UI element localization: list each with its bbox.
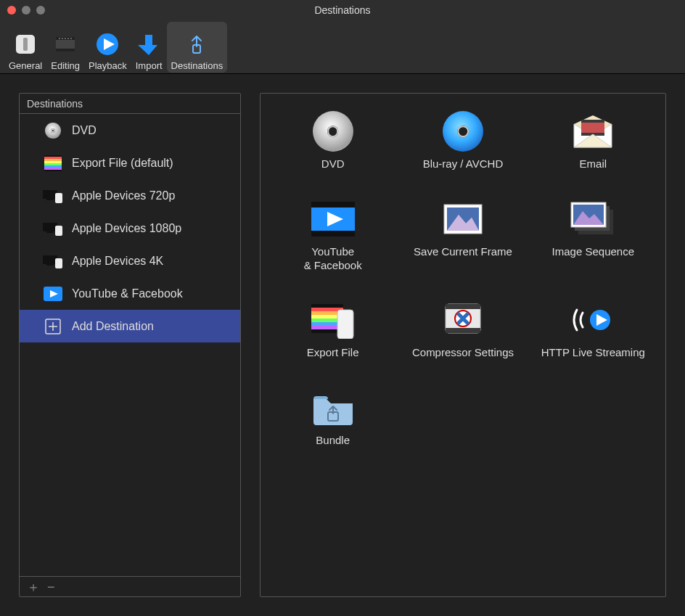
svg-rect-21 [44,170,62,171]
destinations-gallery: DVD Blu-ray / AVCHD Email YouTube & Face… [260,93,666,597]
plus-box-icon [43,318,63,335]
gallery-item-export-file[interactable]: Export File [268,300,398,360]
svg-rect-8 [67,38,69,39]
prefs-import-icon [136,31,162,57]
sidebar-item-label: Apple Devices 1080p [72,222,181,235]
svg-rect-15 [44,159,62,161]
gallery-item-label: Blu-ray / AVCHD [423,157,504,171]
svg-rect-27 [55,226,62,236]
disc-silver-icon [43,122,63,139]
toolbar-label: Import [136,60,163,71]
sidebar-item-label: Apple Devices 4K [72,255,163,268]
svg-rect-7 [65,38,66,39]
gallery-item-compressor[interactable]: Compressor Settings [398,300,528,360]
sidebar-item-apple-4k[interactable]: Apple Devices 4K [20,245,240,277]
svg-rect-5 [59,38,60,39]
destinations-sidebar: Destinations DVD Export File (default) A… [19,93,241,597]
gallery-item-label: HTTP Live Streaming [541,346,645,360]
sidebar-item-dvd[interactable]: DVD [20,114,240,147]
sidebar-item-export-file[interactable]: Export File (default) [20,147,240,179]
gallery-item-email[interactable]: Email [528,111,658,171]
svg-rect-67 [446,328,480,333]
youtube-play-icon [310,199,356,239]
svg-rect-23 [46,199,54,200]
zoom-window-button[interactable] [36,6,45,15]
svg-rect-29 [46,264,54,266]
gallery-item-label: Email [580,157,607,171]
device-icon [43,252,63,270]
tab-playback[interactable]: Playback [84,22,131,73]
mountain-photo-icon [440,199,486,239]
prefs-general-icon [12,31,38,57]
minimize-window-button[interactable] [22,6,30,15]
gallery-item-youtube-facebook[interactable]: YouTube & Facebook [268,199,398,273]
sidebar-footer: ＋ − [20,576,240,596]
gallery-item-dvd[interactable]: DVD [268,111,398,171]
toolbar-label: Destinations [171,60,223,71]
svg-rect-6 [62,38,63,39]
sidebar-item-label: DVD [72,124,97,137]
folder-share-icon [310,387,356,428]
device-icon [43,187,63,205]
tab-editing[interactable]: Editing [46,22,84,73]
svg-rect-9 [70,38,72,39]
disc-blue-icon [440,111,486,152]
sidebar-item-label: YouTube & Facebook [72,287,183,300]
remove-button[interactable]: − [47,580,55,594]
youtube-play-icon [43,285,63,303]
svg-rect-30 [55,258,62,268]
mountain-stack-icon [570,199,616,239]
gallery-item-save-frame[interactable]: Save Current Frame [398,199,528,273]
svg-rect-16 [44,161,62,163]
gallery-item-label: Export File [307,346,359,360]
toolbar-label: Editing [51,60,80,71]
svg-rect-4 [56,49,75,52]
tab-import[interactable]: Import [131,22,167,73]
tab-destinations[interactable]: Destinations [167,22,228,73]
svg-rect-39 [581,120,604,123]
svg-rect-17 [44,163,62,165]
svg-rect-24 [55,193,62,203]
compressor-icon [440,300,486,340]
svg-rect-14 [44,157,62,159]
svg-rect-64 [337,310,353,339]
sidebar-list: DVD Export File (default) Apple Devices … [20,114,240,576]
sidebar-item-add-destination[interactable]: Add Destination [20,310,240,342]
gallery-item-label: Compressor Settings [412,346,514,360]
svg-rect-20 [44,155,62,157]
gallery-item-bluray[interactable]: Blu-ray / AVCHD [398,111,528,171]
toolbar-label: General [9,60,42,71]
hls-icon [570,300,616,340]
sidebar-item-youtube-facebook[interactable]: YouTube & Facebook [20,277,240,310]
svg-rect-43 [311,202,355,208]
main-content: Destinations DVD Export File (default) A… [0,74,685,616]
sidebar-item-label: Add Destination [72,320,154,333]
gallery-item-image-sequence[interactable]: Image Sequence [528,199,658,273]
svg-rect-1 [23,38,28,51]
svg-rect-44 [311,231,355,237]
filmstrip-phone-icon [310,300,356,340]
svg-rect-19 [44,168,62,170]
envelope-icon [570,111,616,152]
gallery-item-label: DVD [321,157,345,171]
disc-silver-icon [310,111,356,152]
close-window-button[interactable] [7,6,16,15]
gallery-item-bundle[interactable]: Bundle [268,387,398,448]
sidebar-item-label: Apple Devices 720p [72,189,175,202]
gallery-item-label: Bundle [316,434,350,448]
sidebar-item-apple-720p[interactable]: Apple Devices 720p [20,179,240,212]
prefs-playback-icon [94,31,120,57]
sidebar-item-label: Export File (default) [72,157,173,170]
preferences-toolbar: General Editing Playback Import Destinat… [0,20,685,74]
sidebar-item-apple-1080p[interactable]: Apple Devices 1080p [20,212,240,245]
prefs-editing-icon [52,31,78,57]
tab-general[interactable]: General [4,22,46,73]
gallery-item-hls[interactable]: HTTP Live Streaming [528,300,658,360]
gallery-grid: DVD Blu-ray / AVCHD Email YouTube & Face… [268,111,658,448]
sidebar-header: Destinations [20,94,240,114]
add-button[interactable]: ＋ [27,580,40,594]
prefs-destinations-icon [184,31,210,57]
svg-rect-26 [46,231,54,233]
gallery-item-label: YouTube & Facebook [304,245,362,273]
titlebar: Destinations [0,0,685,20]
